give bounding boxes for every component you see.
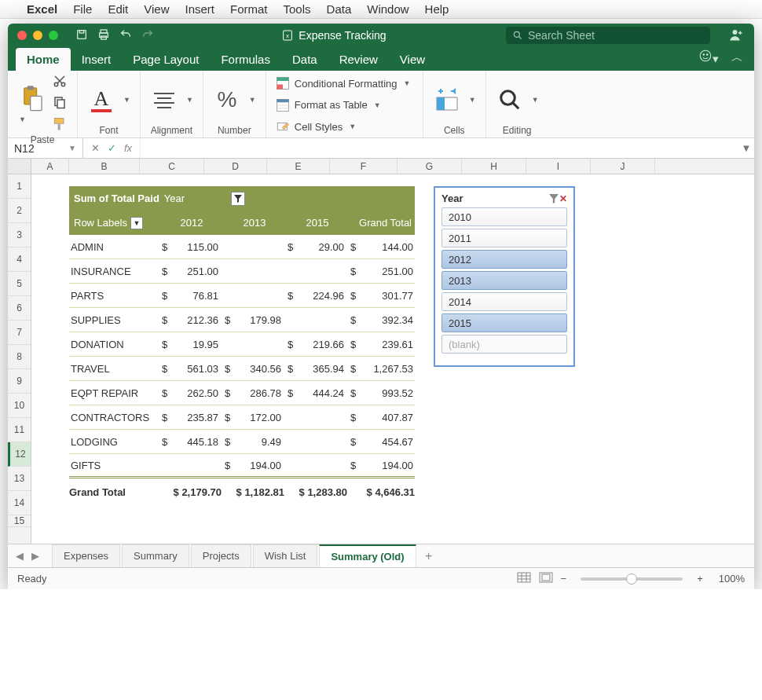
redo-icon[interactable] [141,28,154,43]
slicer-item-2013[interactable]: 2013 [441,271,567,290]
menu-format[interactable]: Format [230,2,268,16]
row-header-2[interactable]: 2 [8,199,31,223]
col-header-B[interactable]: B [69,159,140,174]
undo-icon[interactable] [119,28,132,43]
number-button[interactable]: % [213,86,241,114]
print-icon[interactable] [97,28,110,43]
slicer-item-2015[interactable]: 2015 [441,313,567,332]
col-header-E[interactable]: E [267,159,330,174]
sheet-tab-expenses[interactable]: Expenses [52,544,120,567]
menu-file[interactable]: File [73,2,92,16]
editing-button[interactable] [496,86,524,114]
row-header-12[interactable]: 12 [8,442,31,467]
sheet-tab-summary[interactable]: Summary [122,544,189,567]
row-header-3[interactable]: 3 [8,223,31,247]
pivot-row[interactable]: EQPT REPAIR$262.50$286.78$444.24$993.52 [69,381,415,405]
pivot-row[interactable]: INSURANCE$251.00$251.00 [69,259,415,284]
slicer-clear-filter-icon[interactable]: ✕ [549,193,567,204]
view-page-layout-icon[interactable] [539,572,553,585]
row-header-1[interactable]: 1 [8,174,31,199]
sheet-nav-next-icon[interactable]: ▶ [31,550,39,562]
slicer-item-blank[interactable]: (blank) [441,335,567,354]
cells-button[interactable] [433,86,461,114]
format-as-table-button[interactable]: Format as Table▼ [276,96,381,115]
grid-body[interactable]: Sum of Total Paid Year Row Labels▼ 2012 … [31,174,754,544]
col-header-F[interactable]: F [330,159,397,174]
cell-styles-button[interactable]: Cell Styles▼ [276,117,356,136]
menu-data[interactable]: Data [327,2,352,16]
row-header-13[interactable]: 13 [8,467,31,491]
sheet-tab-projects[interactable]: Projects [191,544,251,567]
slicer-item-2011[interactable]: 2011 [441,229,567,247]
row-header-9[interactable]: 9 [8,369,31,394]
pivot-row[interactable]: LODGING$445.18$9.49$454.67 [69,430,415,454]
pivot-row[interactable]: PARTS$76.81$224.96$301.77 [69,284,415,308]
copy-icon[interactable] [53,95,67,112]
maximize-icon[interactable] [49,31,58,40]
col-header-A[interactable]: A [31,159,69,174]
cut-icon[interactable] [53,74,67,90]
alignment-button[interactable] [150,86,178,114]
tab-view[interactable]: View [389,48,436,71]
sheet-nav-prev-icon[interactable]: ◀ [16,550,24,562]
row-header-11[interactable]: 11 [8,418,31,442]
pivot-rowlabels-dropdown-icon[interactable]: ▼ [130,217,143,229]
col-header-G[interactable]: G [397,159,462,174]
font-button[interactable]: A [87,86,115,114]
slicer-item-2012[interactable]: 2012 [441,250,567,269]
pivot-row[interactable]: ADMIN$115.00$29.00$144.00 [69,235,415,259]
row-header-14[interactable]: 14 [8,491,31,515]
row-header-15[interactable]: 15 [8,515,31,527]
tab-insert[interactable]: Insert [71,48,123,71]
select-all-corner[interactable] [8,159,31,174]
pivot-row[interactable]: DONATION$19.95$219.66$239.61 [69,332,415,357]
paste-button[interactable] [17,84,46,112]
save-icon[interactable] [75,28,88,43]
slicer-item-2010[interactable]: 2010 [441,207,567,226]
col-header-I[interactable]: I [526,159,591,174]
search-sheet-input[interactable]: Search Sheet [506,27,710,44]
expand-formula-bar-icon[interactable]: ▼ [738,142,754,154]
menu-help[interactable]: Help [425,2,449,16]
row-header-10[interactable]: 10 [8,394,31,418]
slicer-item-2014[interactable]: 2014 [441,292,567,311]
view-normal-icon[interactable] [517,572,531,585]
pivot-row[interactable]: GIFTS$194.00$194.00 [69,454,415,478]
pivot-row[interactable]: TRAVEL$561.03$340.56$365.94$1,267.53 [69,357,415,381]
row-header-8[interactable]: 8 [8,345,31,369]
collapse-ribbon-icon[interactable]: ︿ [731,50,743,65]
share-button[interactable] [718,27,754,44]
tab-review[interactable]: Review [328,48,389,71]
menu-edit[interactable]: Edit [108,2,128,16]
emoji-icon[interactable]: ▾ [698,49,719,66]
minimize-icon[interactable] [33,31,42,40]
col-header-H[interactable]: H [462,159,526,174]
app-name[interactable]: Excel [27,2,57,16]
cancel-formula-icon[interactable]: ✕ [91,142,100,154]
tab-data[interactable]: Data [281,48,328,71]
tab-formulas[interactable]: Formulas [210,48,281,71]
conditional-formatting-button[interactable]: Conditional Formatting▼ [276,74,411,93]
menu-insert[interactable]: Insert [185,2,214,16]
name-box[interactable]: N12▼ [8,138,83,158]
col-header-J[interactable]: J [591,159,655,174]
row-header-7[interactable]: 7 [8,321,31,345]
row-header-4[interactable]: 4 [8,247,31,272]
accept-formula-icon[interactable]: ✓ [108,142,116,154]
slicer-year[interactable]: Year ✕ 201020112012201320142015 (blank) [434,186,575,367]
row-header-5[interactable]: 5 [8,272,31,296]
fx-icon[interactable]: fx [124,142,132,154]
sheet-tab-summary-old-[interactable]: Summary (Old) [319,544,416,567]
tab-home[interactable]: Home [16,48,71,71]
menu-window[interactable]: Window [367,2,408,16]
add-sheet-button[interactable]: + [418,549,440,563]
close-icon[interactable] [17,31,27,40]
menu-view[interactable]: View [144,2,169,16]
sheet-tab-wish-list[interactable]: Wish List [253,544,318,567]
pivot-row[interactable]: SUPPLIES$212.36$179.98$392.34 [69,308,415,332]
pivot-year-filter-icon[interactable] [231,192,245,206]
formula-input[interactable] [141,138,738,158]
zoom-in-icon[interactable]: + [697,573,703,585]
zoom-out-icon[interactable]: − [561,573,567,585]
pivot-row[interactable]: CONTRACTORS$235.87$172.00$407.87 [69,405,415,430]
